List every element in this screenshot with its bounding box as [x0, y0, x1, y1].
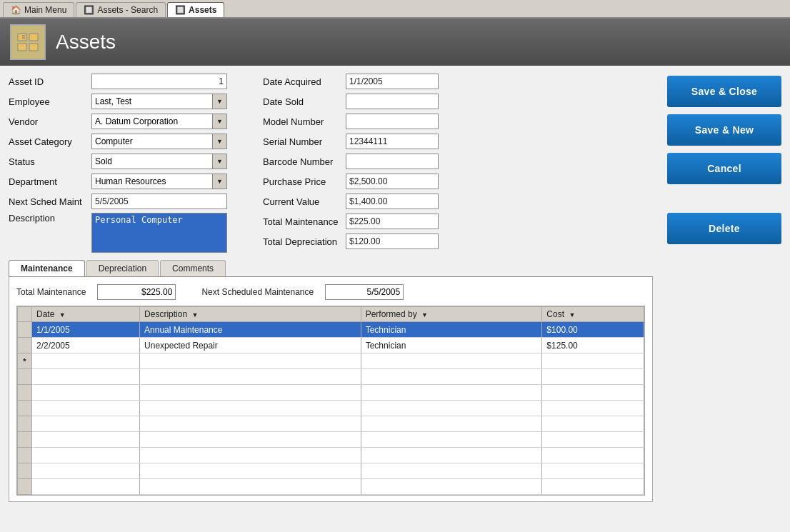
vendor-input[interactable]: [91, 114, 213, 129]
cancel-button[interactable]: Cancel: [667, 153, 781, 184]
date-sold-label: Date Sold: [263, 96, 341, 107]
table-row[interactable]: 1/1/2005 Annual Maintenance Technician $…: [18, 322, 644, 338]
tab-bar: 🏠 Main Menu 🔲 Assets - Search 🔲 Assets: [0, 0, 790, 19]
total-maintenance-input[interactable]: [346, 214, 439, 229]
tab-assets-search[interactable]: 🔲 Assets - Search: [76, 2, 166, 17]
barcode-number-input[interactable]: [346, 154, 439, 169]
employee-label: Employee: [9, 96, 87, 107]
date-acquired-input[interactable]: [346, 74, 439, 89]
col-date[interactable]: Date ▼: [32, 307, 140, 322]
total-maintenance-row: Total Maintenance: [263, 213, 439, 230]
barcode-number-row: Barcode Number: [263, 153, 439, 170]
col-indicator: [18, 307, 32, 322]
department-label: Department: [9, 176, 87, 187]
col-cost[interactable]: Cost ▼: [542, 307, 644, 322]
sub-tab-comments[interactable]: Comments: [160, 260, 226, 276]
asset-category-row: Asset Category ▼: [9, 133, 227, 150]
department-row: Department ▼: [9, 173, 227, 190]
maintenance-summary-row: Total Maintenance Next Scheduled Mainten…: [16, 284, 645, 300]
department-arrow[interactable]: ▼: [213, 174, 227, 189]
sub-tabs-bar: Maintenance Depreciation Comments: [9, 260, 653, 277]
table-new-row[interactable]: *: [18, 353, 644, 369]
cell-performed-by: Technician: [361, 322, 542, 338]
date-sold-input[interactable]: [346, 94, 439, 109]
table-empty-row: [18, 416, 644, 432]
asset-category-arrow[interactable]: ▼: [213, 134, 227, 149]
purchase-price-label: Purchase Price: [263, 176, 341, 187]
tab-main-menu[interactable]: 🏠 Main Menu: [3, 2, 74, 17]
svg-rect-0: [18, 34, 26, 41]
asset-id-input[interactable]: [91, 74, 227, 89]
svg-rect-1: [29, 34, 38, 41]
col-description[interactable]: Description ▼: [140, 307, 361, 322]
svg-rect-2: [18, 44, 26, 51]
status-arrow[interactable]: ▼: [213, 154, 227, 169]
cell-performed-by: Technician: [361, 338, 542, 353]
vendor-arrow[interactable]: ▼: [213, 114, 227, 129]
next-sched-maint-label: Next Sched Maint: [9, 196, 87, 207]
tab-main-menu-label: Main Menu: [24, 5, 66, 15]
button-area: Save & Close Save & New Cancel Delete: [653, 73, 781, 502]
form-right-col: Date Acquired Date Sold Model Number Ser…: [263, 73, 439, 253]
col-performed-by[interactable]: Performed by ▼: [361, 307, 542, 322]
description-label: Description: [9, 213, 87, 224]
cell-description: Annual Maintenance: [140, 322, 361, 338]
header-icon: [10, 24, 46, 60]
employee-dropdown: ▼: [91, 94, 227, 109]
status-label: Status: [9, 156, 87, 167]
sub-tab-comments-label: Comments: [172, 264, 214, 273]
maintenance-table-wrapper: Date ▼ Description ▼ Performed by ▼ Cost…: [16, 306, 645, 496]
total-depreciation-input[interactable]: [346, 234, 439, 249]
date-sold-row: Date Sold: [263, 93, 439, 110]
next-sched-maint-input[interactable]: [91, 194, 227, 209]
asset-category-input[interactable]: [91, 134, 213, 149]
new-cell-description: [140, 353, 361, 369]
save-close-button[interactable]: Save & Close: [667, 76, 781, 107]
cell-date: 2/2/2005: [32, 338, 140, 353]
serial-number-label: Serial Number: [263, 136, 341, 147]
status-input[interactable]: [91, 154, 213, 169]
assets-tab-icon: 🔲: [175, 5, 186, 15]
tab-assets[interactable]: 🔲 Assets: [167, 2, 224, 17]
delete-button[interactable]: Delete: [667, 213, 781, 244]
sub-tab-maintenance-label: Maintenance: [21, 264, 73, 273]
vendor-label: Vendor: [9, 116, 87, 127]
page-header: Assets: [0, 19, 790, 66]
date-acquired-row: Date Acquired: [263, 73, 439, 90]
page-title: Assets: [56, 31, 116, 54]
asset-category-label: Asset Category: [9, 136, 87, 147]
current-value-label: Current Value: [263, 196, 341, 207]
maint-next-input[interactable]: [325, 284, 404, 300]
description-textarea[interactable]: Personal Computer: [91, 213, 227, 253]
maintenance-panel: Total Maintenance Next Scheduled Mainten…: [9, 277, 653, 502]
sub-tab-maintenance[interactable]: Maintenance: [9, 260, 85, 276]
purchase-price-input[interactable]: [346, 174, 439, 189]
table-empty-row: [18, 463, 644, 479]
save-new-button[interactable]: Save & New: [667, 114, 781, 146]
vendor-row: Vendor ▼: [9, 113, 227, 130]
form-area: Asset ID Employee ▼ Vendor ▼: [9, 73, 653, 502]
purchase-price-row: Purchase Price: [263, 173, 439, 190]
main-menu-icon: 🏠: [11, 5, 21, 15]
table-empty-row: [18, 479, 644, 495]
department-dropdown: ▼: [91, 174, 227, 189]
next-sched-maint-row: Next Sched Maint: [9, 193, 227, 210]
maint-total-input[interactable]: [97, 284, 176, 300]
table-empty-row: [18, 369, 644, 385]
table-row[interactable]: 2/2/2005 Unexpected Repair Technician $1…: [18, 338, 644, 353]
employee-arrow[interactable]: ▼: [213, 94, 227, 109]
current-value-row: Current Value: [263, 193, 439, 210]
employee-row: Employee ▼: [9, 93, 227, 110]
sub-tab-depreciation[interactable]: Depreciation: [86, 260, 159, 276]
serial-number-input[interactable]: [346, 134, 439, 149]
tab-assets-search-label: Assets - Search: [97, 5, 158, 15]
model-number-input[interactable]: [346, 114, 439, 129]
new-row-indicator: *: [18, 353, 32, 369]
current-value-input[interactable]: [346, 194, 439, 209]
model-number-row: Model Number: [263, 113, 439, 130]
employee-input[interactable]: [91, 94, 213, 109]
row-indicator: [18, 338, 32, 353]
total-maintenance-label: Total Maintenance: [263, 216, 341, 227]
cell-cost: $125.00: [542, 338, 644, 353]
department-input[interactable]: [91, 174, 213, 189]
